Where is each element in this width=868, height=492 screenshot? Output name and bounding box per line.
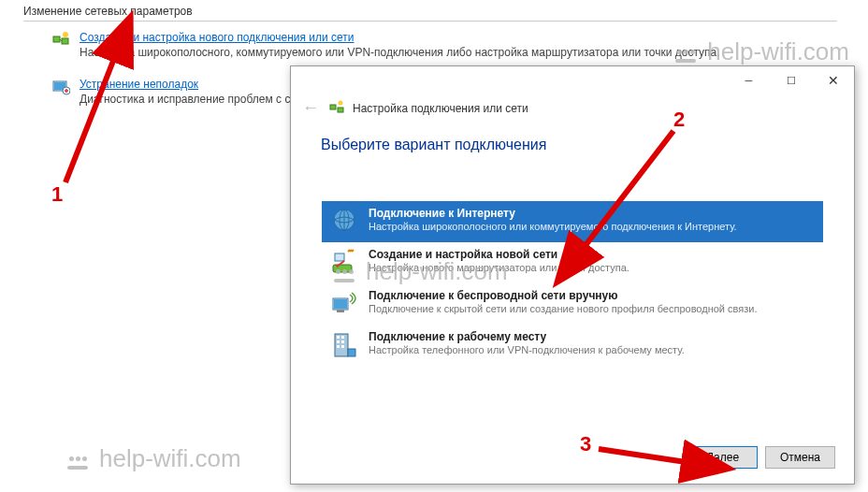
svg-point-2 bbox=[63, 32, 68, 37]
options-list: Подключение к Интернету Настройка широко… bbox=[321, 200, 824, 367]
option-title: Подключение к рабочему месту bbox=[369, 330, 685, 343]
svg-rect-15 bbox=[334, 299, 347, 309]
option-desc: Настройка широкополосного или коммутируе… bbox=[369, 221, 737, 232]
svg-rect-7 bbox=[338, 108, 343, 112]
svg-rect-22 bbox=[337, 345, 340, 348]
svg-rect-16 bbox=[337, 310, 344, 312]
connection-icon bbox=[51, 31, 70, 50]
option-title: Подключение к Интернету bbox=[369, 207, 737, 220]
option-title: Подключение к беспроводной сети вручную bbox=[369, 289, 757, 302]
create-connection-desc: Настройка широкополосного, коммутируемог… bbox=[80, 46, 720, 61]
annotation-label-1: 1 bbox=[51, 182, 63, 207]
minimize-button[interactable]: ─ bbox=[728, 67, 770, 94]
svg-rect-20 bbox=[337, 340, 340, 343]
svg-rect-19 bbox=[341, 336, 344, 339]
connection-wizard-dialog: ─ ☐ ✕ ← Настройка подключения или сети В… bbox=[290, 65, 855, 485]
wifi-logo-icon bbox=[65, 449, 94, 470]
wizard-icon bbox=[328, 100, 345, 117]
svg-rect-12 bbox=[335, 253, 344, 261]
option-desc: Настройка телефонного или VPN-подключени… bbox=[369, 344, 685, 355]
dialog-button-bar: Далее Отмена bbox=[687, 446, 835, 469]
svg-rect-1 bbox=[62, 38, 68, 44]
svg-rect-23 bbox=[341, 345, 344, 348]
troubleshoot-icon bbox=[51, 78, 70, 96]
option-title: Создание и настройка новой сети bbox=[369, 248, 629, 261]
svg-rect-24 bbox=[348, 349, 355, 356]
titlebar: ─ ☐ ✕ bbox=[291, 66, 854, 94]
svg-rect-18 bbox=[337, 336, 340, 339]
breadcrumb-bar: ← Настройка подключения или сети bbox=[291, 94, 854, 127]
router-icon bbox=[329, 248, 359, 278]
globe-icon bbox=[329, 207, 359, 237]
watermark: help-wifi.com bbox=[65, 444, 241, 473]
option-wireless-manual[interactable]: Подключение к беспроводной сети вручную … bbox=[322, 283, 823, 325]
wireless-icon bbox=[329, 289, 359, 319]
svg-rect-0 bbox=[53, 36, 60, 42]
close-button[interactable]: ✕ bbox=[812, 67, 854, 94]
dialog-title: Настройка подключения или сети bbox=[353, 102, 528, 115]
section-title: Изменение сетевых параметров bbox=[23, 5, 868, 18]
create-connection-link-row[interactable]: Создание и настройка нового подключения … bbox=[51, 31, 868, 61]
svg-rect-11 bbox=[333, 265, 352, 272]
cancel-button[interactable]: Отмена bbox=[765, 446, 835, 469]
option-workplace[interactable]: Подключение к рабочему месту Настройка т… bbox=[322, 325, 823, 366]
building-icon bbox=[329, 330, 359, 360]
svg-point-8 bbox=[339, 100, 343, 105]
svg-rect-6 bbox=[330, 105, 336, 109]
option-desc: Настройка нового маршрутизатора или точк… bbox=[369, 262, 629, 273]
create-connection-link[interactable]: Создание и настройка нового подключения … bbox=[80, 31, 720, 44]
svg-rect-21 bbox=[341, 340, 344, 343]
option-desc: Подключение к скрытой сети или создание … bbox=[369, 303, 757, 314]
option-new-network[interactable]: Создание и настройка новой сети Настройк… bbox=[322, 242, 823, 283]
dialog-heading: Выберите вариант подключения bbox=[321, 137, 854, 153]
maximize-button[interactable]: ☐ bbox=[770, 67, 812, 94]
next-button[interactable]: Далее bbox=[687, 446, 758, 469]
back-arrow-icon[interactable]: ← bbox=[302, 98, 319, 118]
option-internet[interactable]: Подключение к Интернету Настройка широко… bbox=[322, 201, 823, 242]
divider bbox=[23, 21, 837, 22]
